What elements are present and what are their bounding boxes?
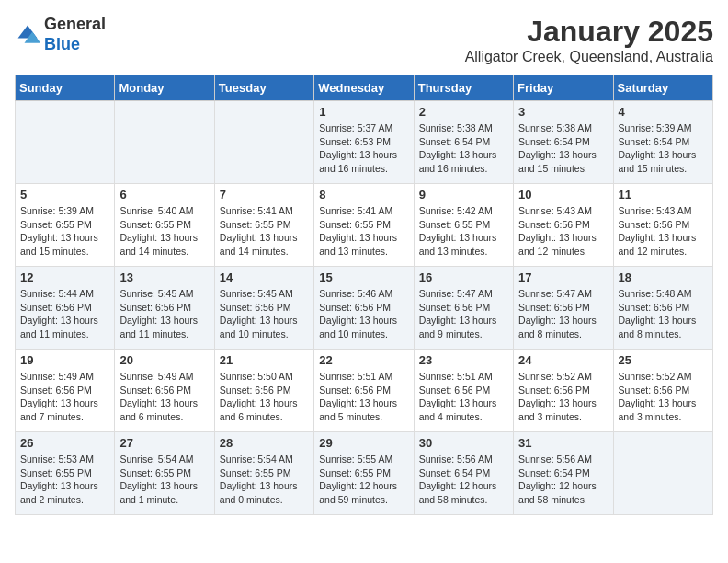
day-number: 24 [518, 353, 608, 367]
day-number: 19 [20, 353, 109, 367]
day-number: 16 [419, 270, 508, 284]
calendar-week-row: 19Sunrise: 5:49 AM Sunset: 6:56 PM Dayli… [16, 350, 713, 432]
calendar-cell: 1Sunrise: 5:37 AM Sunset: 6:53 PM Daylig… [314, 101, 414, 184]
calendar-cell [115, 101, 214, 184]
day-info: Sunrise: 5:52 AM Sunset: 6:56 PM Dayligh… [619, 370, 708, 424]
day-info: Sunrise: 5:53 AM Sunset: 6:55 PM Dayligh… [20, 453, 109, 507]
day-info: Sunrise: 5:37 AM Sunset: 6:53 PM Dayligh… [319, 121, 408, 176]
day-number: 4 [619, 105, 708, 119]
day-number: 12 [20, 270, 109, 284]
day-number: 1 [319, 105, 408, 119]
day-info: Sunrise: 5:41 AM Sunset: 6:55 PM Dayligh… [319, 204, 408, 259]
day-number: 29 [319, 436, 408, 450]
day-info: Sunrise: 5:56 AM Sunset: 6:54 PM Dayligh… [518, 453, 608, 507]
day-info: Sunrise: 5:43 AM Sunset: 6:56 PM Dayligh… [518, 204, 608, 259]
day-info: Sunrise: 5:50 AM Sunset: 6:56 PM Dayligh… [220, 370, 309, 424]
header-tuesday: Tuesday [214, 75, 313, 101]
day-number: 7 [220, 188, 309, 201]
logo-icon [15, 22, 40, 48]
day-number: 14 [220, 270, 309, 284]
calendar-cell: 16Sunrise: 5:47 AM Sunset: 6:56 PM Dayli… [414, 267, 513, 350]
day-info: Sunrise: 5:39 AM Sunset: 6:54 PM Dayligh… [619, 121, 708, 176]
calendar-week-row: 5Sunrise: 5:39 AM Sunset: 6:55 PM Daylig… [16, 184, 713, 267]
day-info: Sunrise: 5:46 AM Sunset: 6:56 PM Dayligh… [319, 287, 408, 341]
calendar-cell: 21Sunrise: 5:50 AM Sunset: 6:56 PM Dayli… [214, 350, 313, 432]
calendar-cell [214, 101, 313, 184]
title-block: January 2025 Alligator Creek, Queensland… [465, 15, 713, 65]
day-info: Sunrise: 5:49 AM Sunset: 6:56 PM Dayligh… [119, 370, 209, 424]
day-number: 28 [220, 436, 309, 450]
header-saturday: Saturday [613, 75, 712, 101]
calendar-cell: 9Sunrise: 5:42 AM Sunset: 6:55 PM Daylig… [414, 184, 513, 267]
calendar-cell: 25Sunrise: 5:52 AM Sunset: 6:56 PM Dayli… [613, 350, 712, 432]
calendar-table: Sunday Monday Tuesday Wednesday Thursday… [15, 75, 713, 515]
day-number: 20 [119, 353, 209, 367]
day-number: 9 [419, 188, 508, 201]
day-number: 25 [619, 353, 708, 367]
day-info: Sunrise: 5:47 AM Sunset: 6:56 PM Dayligh… [518, 287, 608, 341]
day-number: 10 [518, 188, 608, 201]
day-number: 15 [319, 270, 408, 284]
day-number: 30 [419, 436, 508, 450]
day-number: 17 [518, 270, 608, 284]
calendar-cell: 31Sunrise: 5:56 AM Sunset: 6:54 PM Dayli… [514, 432, 613, 515]
calendar-cell: 27Sunrise: 5:54 AM Sunset: 6:55 PM Dayli… [115, 432, 214, 515]
day-number: 5 [20, 188, 109, 201]
calendar-cell: 5Sunrise: 5:39 AM Sunset: 6:55 PM Daylig… [16, 184, 115, 267]
day-info: Sunrise: 5:45 AM Sunset: 6:56 PM Dayligh… [220, 287, 309, 341]
calendar-cell: 17Sunrise: 5:47 AM Sunset: 6:56 PM Dayli… [514, 267, 613, 350]
calendar-cell: 24Sunrise: 5:52 AM Sunset: 6:56 PM Dayli… [514, 350, 613, 432]
page-header: General Blue January 2025 Alligator Cree… [15, 15, 713, 65]
day-number: 8 [319, 188, 408, 201]
header-sunday: Sunday [16, 75, 115, 101]
calendar-cell: 15Sunrise: 5:46 AM Sunset: 6:56 PM Dayli… [314, 267, 414, 350]
header-friday: Friday [514, 75, 613, 101]
day-info: Sunrise: 5:38 AM Sunset: 6:54 PM Dayligh… [518, 121, 608, 176]
day-number: 2 [419, 105, 508, 119]
day-info: Sunrise: 5:49 AM Sunset: 6:56 PM Dayligh… [20, 370, 109, 424]
day-number: 18 [619, 270, 708, 284]
day-info: Sunrise: 5:51 AM Sunset: 6:56 PM Dayligh… [419, 370, 508, 424]
calendar-cell: 7Sunrise: 5:41 AM Sunset: 6:55 PM Daylig… [214, 184, 313, 267]
logo: General Blue [15, 15, 106, 54]
calendar-cell: 3Sunrise: 5:38 AM Sunset: 6:54 PM Daylig… [514, 101, 613, 184]
calendar-cell: 10Sunrise: 5:43 AM Sunset: 6:56 PM Dayli… [514, 184, 613, 267]
day-info: Sunrise: 5:42 AM Sunset: 6:55 PM Dayligh… [419, 204, 508, 259]
month-title: January 2025 [465, 15, 713, 49]
day-number: 3 [518, 105, 608, 119]
calendar-cell: 19Sunrise: 5:49 AM Sunset: 6:56 PM Dayli… [16, 350, 115, 432]
day-number: 23 [419, 353, 508, 367]
logo-text: General Blue [44, 15, 106, 54]
calendar-cell: 14Sunrise: 5:45 AM Sunset: 6:56 PM Dayli… [214, 267, 313, 350]
day-number: 26 [20, 436, 109, 450]
calendar-cell: 22Sunrise: 5:51 AM Sunset: 6:56 PM Dayli… [314, 350, 414, 432]
calendar-cell: 12Sunrise: 5:44 AM Sunset: 6:56 PM Dayli… [16, 267, 115, 350]
day-info: Sunrise: 5:48 AM Sunset: 6:56 PM Dayligh… [619, 287, 708, 341]
day-number: 27 [119, 436, 209, 450]
day-info: Sunrise: 5:43 AM Sunset: 6:56 PM Dayligh… [619, 204, 708, 259]
calendar-week-row: 12Sunrise: 5:44 AM Sunset: 6:56 PM Dayli… [16, 267, 713, 350]
calendar-header-row: Sunday Monday Tuesday Wednesday Thursday… [16, 75, 713, 101]
day-number: 13 [119, 270, 209, 284]
day-info: Sunrise: 5:54 AM Sunset: 6:55 PM Dayligh… [220, 453, 309, 507]
calendar-cell: 26Sunrise: 5:53 AM Sunset: 6:55 PM Dayli… [16, 432, 115, 515]
day-info: Sunrise: 5:54 AM Sunset: 6:55 PM Dayligh… [119, 453, 209, 507]
header-wednesday: Wednesday [314, 75, 414, 101]
calendar-week-row: 1Sunrise: 5:37 AM Sunset: 6:53 PM Daylig… [16, 101, 713, 184]
calendar-cell: 18Sunrise: 5:48 AM Sunset: 6:56 PM Dayli… [613, 267, 712, 350]
day-number: 31 [518, 436, 608, 450]
day-number: 21 [220, 353, 309, 367]
calendar-cell: 6Sunrise: 5:40 AM Sunset: 6:55 PM Daylig… [115, 184, 214, 267]
calendar-cell: 20Sunrise: 5:49 AM Sunset: 6:56 PM Dayli… [115, 350, 214, 432]
calendar-cell [613, 432, 712, 515]
header-thursday: Thursday [414, 75, 513, 101]
day-info: Sunrise: 5:55 AM Sunset: 6:55 PM Dayligh… [319, 453, 408, 507]
day-info: Sunrise: 5:45 AM Sunset: 6:56 PM Dayligh… [119, 287, 209, 341]
calendar-cell: 13Sunrise: 5:45 AM Sunset: 6:56 PM Dayli… [115, 267, 214, 350]
day-info: Sunrise: 5:38 AM Sunset: 6:54 PM Dayligh… [419, 121, 508, 176]
day-number: 11 [619, 188, 708, 201]
day-info: Sunrise: 5:52 AM Sunset: 6:56 PM Dayligh… [518, 370, 608, 424]
day-number: 22 [319, 353, 408, 367]
day-number: 6 [119, 188, 209, 201]
header-monday: Monday [115, 75, 214, 101]
